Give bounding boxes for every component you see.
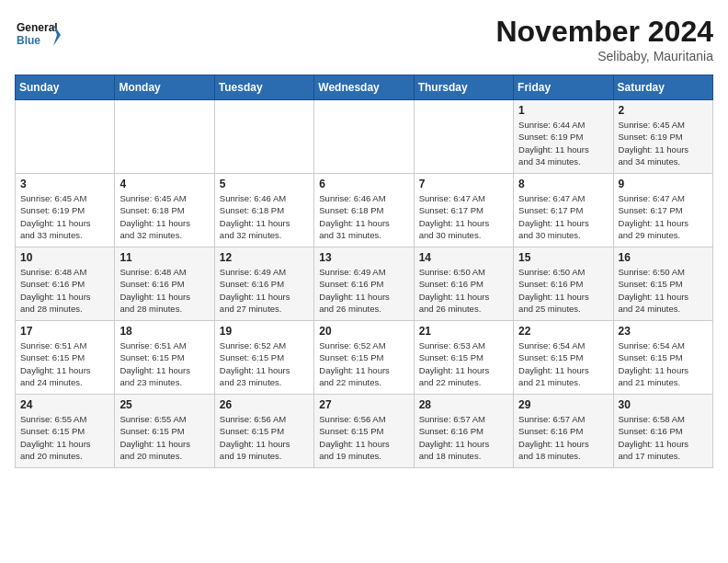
day-number: 18 <box>119 325 209 338</box>
title-block: November 2024 Selibaby, Mauritania <box>495 15 713 63</box>
calendar-cell: 8Sunrise: 6:47 AM Sunset: 6:17 PM Daylig… <box>514 174 613 247</box>
day-number: 21 <box>419 325 508 338</box>
day-info: Sunrise: 6:47 AM Sunset: 6:17 PM Dayligh… <box>619 192 708 241</box>
calendar-cell: 3Sunrise: 6:45 AM Sunset: 6:19 PM Daylig… <box>16 174 115 247</box>
calendar-cell: 16Sunrise: 6:50 AM Sunset: 6:15 PM Dayli… <box>613 247 712 321</box>
day-info: Sunrise: 6:46 AM Sunset: 6:18 PM Dayligh… <box>319 192 408 241</box>
calendar-cell: 14Sunrise: 6:50 AM Sunset: 6:16 PM Dayli… <box>414 247 513 321</box>
calendar-cell: 24Sunrise: 6:55 AM Sunset: 6:15 PM Dayli… <box>16 395 115 468</box>
calendar-cell: 18Sunrise: 6:51 AM Sunset: 6:15 PM Dayli… <box>115 321 214 395</box>
day-info: Sunrise: 6:44 AM Sunset: 6:19 PM Dayligh… <box>518 119 608 167</box>
calendar-cell: 28Sunrise: 6:57 AM Sunset: 6:16 PM Dayli… <box>414 395 513 468</box>
day-number: 22 <box>518 325 608 338</box>
calendar-cell: 19Sunrise: 6:52 AM Sunset: 6:15 PM Dayli… <box>214 321 313 395</box>
day-number: 6 <box>319 178 408 190</box>
day-info: Sunrise: 6:45 AM Sunset: 6:19 PM Dayligh… <box>20 192 109 241</box>
day-number: 20 <box>319 325 408 338</box>
calendar-cell <box>16 100 115 174</box>
day-info: Sunrise: 6:52 AM Sunset: 6:15 PM Dayligh… <box>220 339 309 388</box>
calendar-cell: 11Sunrise: 6:48 AM Sunset: 6:16 PM Dayli… <box>115 247 214 321</box>
weekday-header: Sunday <box>16 75 115 100</box>
day-info: Sunrise: 6:54 AM Sunset: 6:15 PM Dayligh… <box>518 339 608 388</box>
day-number: 13 <box>319 251 408 264</box>
day-number: 23 <box>619 325 708 338</box>
calendar-cell: 1Sunrise: 6:44 AM Sunset: 6:19 PM Daylig… <box>514 100 613 174</box>
day-info: Sunrise: 6:55 AM Sunset: 6:15 PM Dayligh… <box>20 413 109 462</box>
calendar-cell: 6Sunrise: 6:46 AM Sunset: 6:18 PM Daylig… <box>314 174 414 247</box>
calendar-cell: 5Sunrise: 6:46 AM Sunset: 6:18 PM Daylig… <box>214 174 313 247</box>
calendar-cell: 10Sunrise: 6:48 AM Sunset: 6:16 PM Dayli… <box>16 247 115 321</box>
day-info: Sunrise: 6:45 AM Sunset: 6:19 PM Dayligh… <box>619 119 708 167</box>
day-number: 12 <box>220 251 309 264</box>
day-info: Sunrise: 6:47 AM Sunset: 6:17 PM Dayligh… <box>518 192 608 241</box>
calendar-cell: 2Sunrise: 6:45 AM Sunset: 6:19 PM Daylig… <box>613 100 712 174</box>
day-number: 1 <box>518 104 608 117</box>
calendar-cell: 20Sunrise: 6:52 AM Sunset: 6:15 PM Dayli… <box>314 321 414 395</box>
day-number: 4 <box>119 178 209 190</box>
day-info: Sunrise: 6:52 AM Sunset: 6:15 PM Dayligh… <box>319 339 408 388</box>
day-info: Sunrise: 6:49 AM Sunset: 6:16 PM Dayligh… <box>220 266 309 315</box>
weekday-header: Monday <box>115 75 214 100</box>
weekday-header-row: SundayMondayTuesdayWednesdayThursdayFrid… <box>16 75 713 100</box>
svg-text:Blue: Blue <box>17 34 40 47</box>
day-number: 11 <box>119 251 209 264</box>
day-info: Sunrise: 6:48 AM Sunset: 6:16 PM Dayligh… <box>119 266 209 315</box>
calendar-cell: 25Sunrise: 6:55 AM Sunset: 6:15 PM Dayli… <box>115 395 214 468</box>
weekday-header: Saturday <box>613 75 712 100</box>
calendar-cell <box>115 100 214 174</box>
day-number: 14 <box>419 251 508 264</box>
day-number: 26 <box>220 398 309 411</box>
svg-text:General: General <box>17 21 58 34</box>
calendar-cell: 17Sunrise: 6:51 AM Sunset: 6:15 PM Dayli… <box>16 321 115 395</box>
day-info: Sunrise: 6:56 AM Sunset: 6:15 PM Dayligh… <box>220 413 309 462</box>
calendar-cell: 15Sunrise: 6:50 AM Sunset: 6:16 PM Dayli… <box>514 247 613 321</box>
weekday-header: Tuesday <box>214 75 313 100</box>
calendar-cell: 29Sunrise: 6:57 AM Sunset: 6:16 PM Dayli… <box>514 395 613 468</box>
day-number: 3 <box>20 178 109 190</box>
day-info: Sunrise: 6:45 AM Sunset: 6:18 PM Dayligh… <box>119 192 209 241</box>
calendar-cell: 22Sunrise: 6:54 AM Sunset: 6:15 PM Dayli… <box>514 321 613 395</box>
day-info: Sunrise: 6:51 AM Sunset: 6:15 PM Dayligh… <box>20 339 109 388</box>
day-info: Sunrise: 6:46 AM Sunset: 6:18 PM Dayligh… <box>220 192 309 241</box>
day-info: Sunrise: 6:55 AM Sunset: 6:15 PM Dayligh… <box>119 413 209 462</box>
calendar-cell <box>314 100 414 174</box>
calendar-cell: 30Sunrise: 6:58 AM Sunset: 6:16 PM Dayli… <box>613 395 712 468</box>
calendar-cell: 27Sunrise: 6:56 AM Sunset: 6:15 PM Dayli… <box>314 395 414 468</box>
day-number: 17 <box>20 325 109 338</box>
calendar-week-row: 24Sunrise: 6:55 AM Sunset: 6:15 PM Dayli… <box>16 395 713 468</box>
calendar-cell: 9Sunrise: 6:47 AM Sunset: 6:17 PM Daylig… <box>613 174 712 247</box>
calendar-week-row: 10Sunrise: 6:48 AM Sunset: 6:16 PM Dayli… <box>16 247 713 321</box>
calendar-week-row: 3Sunrise: 6:45 AM Sunset: 6:19 PM Daylig… <box>16 174 713 247</box>
calendar-week-row: 1Sunrise: 6:44 AM Sunset: 6:19 PM Daylig… <box>16 100 713 174</box>
logo: General Blue <box>15 15 61 61</box>
calendar-cell: 4Sunrise: 6:45 AM Sunset: 6:18 PM Daylig… <box>115 174 214 247</box>
day-number: 15 <box>518 251 608 264</box>
weekday-header: Friday <box>514 75 613 100</box>
day-number: 29 <box>518 398 608 411</box>
logo-svg: General Blue <box>15 15 61 61</box>
day-number: 24 <box>20 398 109 411</box>
day-info: Sunrise: 6:47 AM Sunset: 6:17 PM Dayligh… <box>419 192 508 241</box>
day-info: Sunrise: 6:54 AM Sunset: 6:15 PM Dayligh… <box>619 339 708 388</box>
day-info: Sunrise: 6:57 AM Sunset: 6:16 PM Dayligh… <box>419 413 508 462</box>
day-info: Sunrise: 6:51 AM Sunset: 6:15 PM Dayligh… <box>119 339 209 388</box>
calendar-cell: 12Sunrise: 6:49 AM Sunset: 6:16 PM Dayli… <box>214 247 313 321</box>
day-info: Sunrise: 6:50 AM Sunset: 6:16 PM Dayligh… <box>518 266 608 315</box>
location-subtitle: Selibaby, Mauritania <box>495 49 713 63</box>
day-info: Sunrise: 6:50 AM Sunset: 6:16 PM Dayligh… <box>419 266 508 315</box>
calendar-cell <box>414 100 513 174</box>
day-info: Sunrise: 6:56 AM Sunset: 6:15 PM Dayligh… <box>319 413 408 462</box>
calendar-table: SundayMondayTuesdayWednesdayThursdayFrid… <box>15 75 713 468</box>
day-number: 27 <box>319 398 408 411</box>
day-number: 5 <box>220 178 309 190</box>
day-info: Sunrise: 6:49 AM Sunset: 6:16 PM Dayligh… <box>319 266 408 315</box>
day-number: 7 <box>419 178 508 190</box>
calendar-week-row: 17Sunrise: 6:51 AM Sunset: 6:15 PM Dayli… <box>16 321 713 395</box>
day-info: Sunrise: 6:58 AM Sunset: 6:16 PM Dayligh… <box>619 413 708 462</box>
calendar-cell: 13Sunrise: 6:49 AM Sunset: 6:16 PM Dayli… <box>314 247 414 321</box>
month-title: November 2024 <box>495 15 713 49</box>
day-number: 19 <box>220 325 309 338</box>
day-number: 10 <box>20 251 109 264</box>
day-number: 8 <box>518 178 608 190</box>
day-number: 28 <box>419 398 508 411</box>
